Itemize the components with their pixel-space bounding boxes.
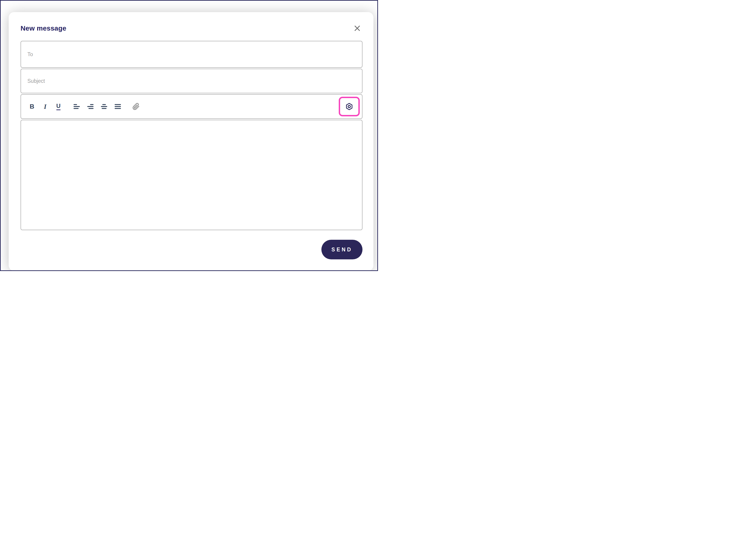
bold-icon: B bbox=[30, 103, 34, 110]
underline-button[interactable]: U bbox=[54, 101, 63, 113]
close-button[interactable] bbox=[352, 23, 362, 34]
italic-icon: I bbox=[44, 103, 46, 110]
to-field-row bbox=[21, 41, 362, 68]
bold-button[interactable]: B bbox=[27, 101, 37, 113]
settings-button-highlighted[interactable] bbox=[339, 97, 360, 116]
underline-icon: U bbox=[56, 103, 61, 110]
align-justify-icon bbox=[114, 103, 121, 110]
align-justify-button[interactable] bbox=[113, 101, 122, 113]
subject-input[interactable] bbox=[21, 69, 362, 93]
align-center-button[interactable] bbox=[100, 101, 109, 113]
to-input[interactable] bbox=[21, 41, 362, 67]
send-button[interactable]: SEND bbox=[321, 240, 362, 260]
modal-footer: SEND bbox=[21, 240, 362, 260]
italic-button[interactable]: I bbox=[41, 101, 50, 113]
align-right-button[interactable] bbox=[86, 101, 95, 113]
align-right-icon bbox=[87, 103, 94, 110]
text-style-group: B I U bbox=[27, 101, 63, 113]
message-body-row bbox=[21, 120, 362, 230]
message-body-input[interactable] bbox=[21, 120, 362, 230]
compose-message-modal: New message B I U bbox=[9, 12, 373, 271]
hexagon-nut-icon bbox=[345, 102, 353, 111]
alignment-group bbox=[72, 101, 122, 113]
align-center-icon bbox=[101, 103, 108, 110]
align-left-button[interactable] bbox=[72, 101, 81, 113]
app-window: { "modal": { "title": "New message" }, "… bbox=[0, 0, 378, 271]
x-icon bbox=[353, 24, 361, 32]
attach-file-button[interactable] bbox=[131, 101, 141, 113]
align-left-icon bbox=[73, 103, 80, 110]
formatting-toolbar: B I U bbox=[21, 94, 362, 119]
modal-title: New message bbox=[21, 23, 66, 32]
modal-header: New message bbox=[21, 23, 362, 35]
paperclip-icon bbox=[132, 103, 140, 110]
subject-field-row bbox=[21, 69, 362, 93]
